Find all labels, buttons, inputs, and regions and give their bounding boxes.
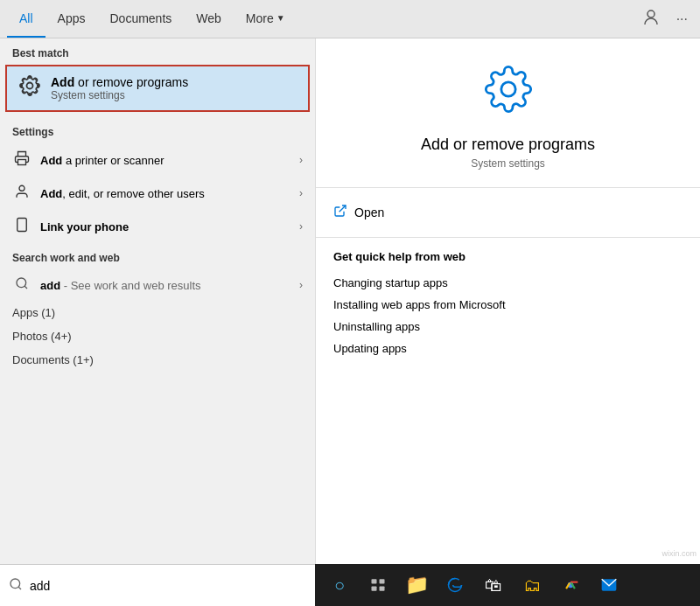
chevron-right-icon-3: › bbox=[299, 220, 303, 233]
best-match-label: Best match bbox=[0, 38, 315, 65]
taskbar-taskview-btn[interactable] bbox=[360, 568, 396, 603]
photos-count[interactable]: Photos (4+) bbox=[0, 324, 315, 348]
settings-label: Settings bbox=[0, 117, 315, 143]
search-web-item[interactable]: add - See work and web results › bbox=[0, 269, 315, 301]
taskbar-folder-btn[interactable]: 🗂 bbox=[514, 568, 550, 603]
taskbar-explorer-btn[interactable]: 📁 bbox=[399, 568, 434, 603]
taskbar: ○ 📁 🛍 🗂 bbox=[315, 564, 700, 606]
add-users-item[interactable]: Add, edit, or remove other users › bbox=[0, 177, 315, 210]
svg-point-3 bbox=[19, 185, 24, 191]
taskbar-edge-btn[interactable] bbox=[438, 568, 472, 603]
phone-icon bbox=[12, 217, 32, 236]
quick-help-title: Get quick help from web bbox=[333, 250, 682, 263]
right-panel: Add or remove programs System settings O… bbox=[315, 38, 700, 606]
right-top-section: Add or remove programs System settings bbox=[316, 38, 700, 188]
svg-rect-14 bbox=[372, 587, 377, 591]
chevron-down-icon: ▼ bbox=[276, 13, 285, 23]
add-printer-text: Add a printer or scanner bbox=[40, 154, 290, 167]
svg-point-6 bbox=[17, 278, 26, 288]
search-work-web-label: Search work and web bbox=[0, 243, 315, 269]
search-bar bbox=[0, 564, 315, 606]
main-content: Best match Add or remove programs System… bbox=[0, 38, 700, 606]
open-icon bbox=[333, 204, 347, 221]
tab-documents[interactable]: Documents bbox=[97, 0, 184, 38]
gear-large-icon bbox=[484, 65, 533, 125]
user-icon-btn[interactable] bbox=[638, 6, 664, 32]
right-subtitle: System settings bbox=[471, 157, 545, 170]
taskbar-cortana-btn[interactable]: ○ bbox=[322, 568, 357, 603]
taskbar-store-btn[interactable]: 🛍 bbox=[476, 568, 511, 603]
quick-help-item-2[interactable]: Installing web apps from Microsoft bbox=[333, 294, 682, 316]
right-actions: Open bbox=[316, 188, 700, 238]
more-options-btn[interactable]: ··· bbox=[671, 8, 693, 31]
apps-count[interactable]: Apps (1) bbox=[0, 301, 315, 324]
svg-line-9 bbox=[340, 205, 346, 212]
svg-point-8 bbox=[500, 82, 514, 96]
right-title: Add or remove programs bbox=[421, 136, 595, 154]
search-icon bbox=[12, 276, 32, 294]
user-add-icon bbox=[12, 184, 32, 203]
quick-help-item-4[interactable]: Updating apps bbox=[333, 338, 682, 359]
svg-rect-13 bbox=[380, 579, 385, 583]
chevron-right-icon: › bbox=[299, 154, 303, 166]
svg-line-11 bbox=[18, 587, 21, 589]
svg-rect-4 bbox=[18, 219, 27, 232]
best-match-item[interactable]: Add or remove programs System settings bbox=[5, 65, 310, 112]
add-users-text: Add, edit, or remove other users bbox=[40, 187, 290, 200]
svg-rect-12 bbox=[372, 579, 377, 583]
left-panel: Best match Add or remove programs System… bbox=[0, 38, 315, 606]
documents-count[interactable]: Documents (1+) bbox=[0, 348, 315, 372]
search-input[interactable] bbox=[30, 579, 306, 593]
printer-icon bbox=[12, 150, 32, 170]
svg-line-7 bbox=[24, 286, 27, 289]
link-phone-text: Link your phone bbox=[40, 220, 290, 233]
quick-help-item-3[interactable]: Uninstalling apps bbox=[333, 316, 682, 338]
svg-rect-15 bbox=[380, 587, 385, 591]
taskbar-mail-btn[interactable] bbox=[592, 568, 626, 603]
best-match-text: Add or remove programs System settings bbox=[51, 75, 188, 101]
quick-help-section: Get quick help from web Changing startup… bbox=[316, 238, 700, 372]
search-web-text: add - See work and web results bbox=[40, 279, 290, 292]
add-printer-item[interactable]: Add a printer or scanner › bbox=[0, 143, 315, 177]
quick-help-item-1[interactable]: Changing startup apps bbox=[333, 272, 682, 294]
tab-web[interactable]: Web bbox=[184, 0, 234, 38]
tab-all[interactable]: All bbox=[7, 0, 46, 38]
tab-more[interactable]: More ▼ bbox=[234, 0, 298, 38]
best-match-title: Add or remove programs bbox=[51, 75, 188, 89]
svg-rect-2 bbox=[18, 160, 26, 165]
gear-icon bbox=[19, 75, 40, 101]
svg-point-1 bbox=[27, 83, 33, 89]
chevron-right-icon-2: › bbox=[299, 187, 303, 199]
chevron-right-icon-4: › bbox=[299, 279, 303, 291]
svg-point-10 bbox=[10, 579, 20, 589]
taskbar-chrome-btn[interactable] bbox=[553, 568, 588, 603]
tab-apps[interactable]: Apps bbox=[46, 0, 98, 38]
search-tabs: All Apps Documents Web More ▼ ··· bbox=[0, 0, 700, 38]
open-action[interactable]: Open bbox=[333, 200, 682, 225]
best-match-subtitle: System settings bbox=[51, 89, 188, 101]
search-bar-icon bbox=[9, 577, 23, 595]
svg-point-0 bbox=[648, 10, 654, 17]
link-phone-item[interactable]: Link your phone › bbox=[0, 210, 315, 243]
open-label: Open bbox=[354, 205, 384, 219]
